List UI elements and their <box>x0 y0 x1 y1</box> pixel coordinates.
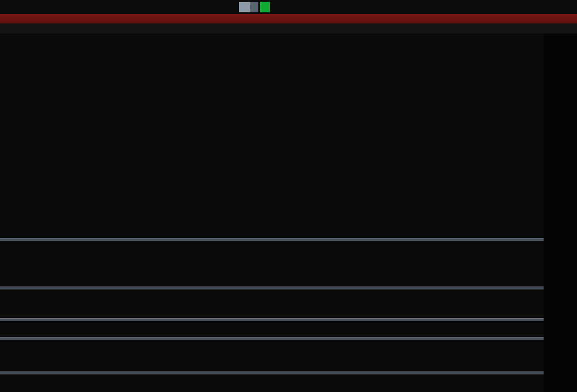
security-input[interactable] <box>239 2 250 12</box>
security-group <box>239 2 270 12</box>
price-axis <box>544 33 577 392</box>
time-axis <box>0 374 577 392</box>
menu-bar <box>0 14 577 23</box>
range-tabs <box>0 23 2 33</box>
chart-area <box>0 33 577 392</box>
b-button[interactable] <box>260 2 270 12</box>
title-bar <box>0 0 577 14</box>
spread-pane[interactable] <box>0 321 544 337</box>
momentum-pane[interactable] <box>0 340 544 371</box>
main-price-pane[interactable] <box>0 33 544 238</box>
chart-toolbar <box>0 23 577 34</box>
stochastic-pane[interactable] <box>0 241 544 287</box>
bloomberg-chart-window <box>0 0 577 392</box>
oscillator-pane[interactable] <box>0 289 544 318</box>
security-dropdown-button[interactable] <box>250 2 258 12</box>
